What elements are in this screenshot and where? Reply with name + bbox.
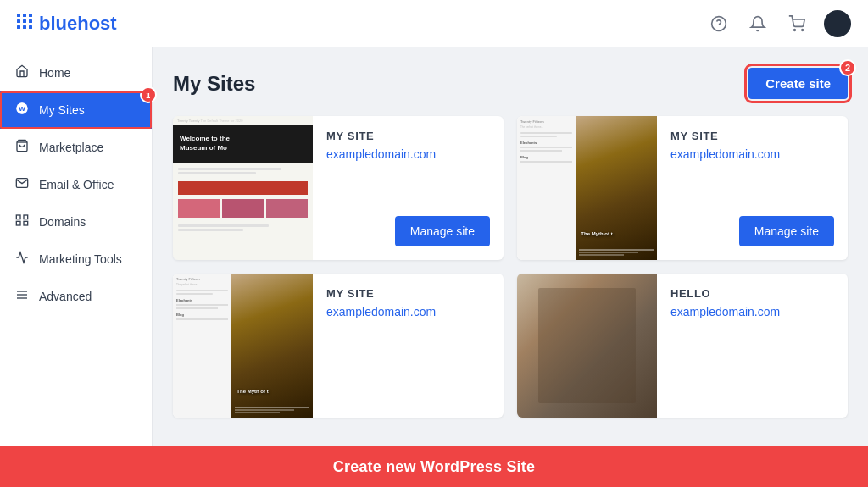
logo: bluehost: [17, 13, 117, 35]
help-icon[interactable]: [707, 12, 731, 36]
svg-rect-19: [16, 221, 20, 225]
sidebar-item-my-sites[interactable]: W My Sites: [0, 91, 152, 129]
sidebar-item-email-office[interactable]: Email & Office: [0, 166, 152, 203]
create-site-button[interactable]: Create site: [748, 68, 848, 99]
svg-rect-8: [29, 25, 32, 29]
sidebar-item-domains[interactable]: Domains: [0, 203, 152, 241]
sidebar-item-home-label: Home: [39, 66, 70, 80]
site-thumbnail-1: Twenty Twenty The Default Theme for 2020…: [173, 116, 313, 260]
sidebar-item-marketing-tools[interactable]: Marketing Tools: [0, 241, 152, 278]
site-name-3: My Site: [326, 287, 490, 300]
content-header: My Sites Create site 2: [173, 68, 848, 99]
sidebar: Home W My Sites 1: [0, 47, 153, 446]
site-name-1: MY SITE: [326, 130, 490, 142]
sidebar-item-my-sites-label: My Sites: [39, 103, 85, 117]
svg-text:W: W: [19, 105, 25, 113]
site-card-2-body: Twenty Fifteen The perfect theme... Elep…: [517, 116, 848, 260]
step-badge-2: 2: [839, 59, 856, 76]
grid-icon: [17, 14, 32, 33]
site-domain-1[interactable]: exampledomain.com: [326, 147, 490, 161]
sidebar-item-marketplace[interactable]: Marketplace: [0, 129, 152, 166]
svg-rect-17: [16, 215, 20, 219]
svg-rect-5: [29, 19, 32, 23]
site-card-4-body: Hello exampledomain.com: [517, 274, 848, 418]
svg-rect-18: [24, 215, 28, 219]
svg-rect-20: [24, 221, 28, 225]
header-actions: [707, 10, 851, 37]
main-layout: Home W My Sites 1: [0, 47, 868, 446]
footer-bar[interactable]: Create new WordPress Site: [0, 446, 868, 487]
advanced-icon: [14, 288, 31, 305]
site-name-2: MY SITE: [670, 130, 834, 142]
site-info-1: MY SITE exampledomain.com Manage site: [313, 116, 504, 260]
site-info-4: Hello exampledomain.com: [657, 274, 848, 418]
svg-rect-7: [23, 25, 26, 29]
sites-grid: Twenty Twenty The Default Theme for 2020…: [173, 116, 848, 418]
step-badge-1: 1: [140, 86, 157, 103]
svg-rect-4: [23, 19, 26, 23]
site-card-3-body: Twenty Fifteen The perfect theme... Elep…: [173, 274, 504, 418]
site-thumbnail-2: Twenty Fifteen The perfect theme... Elep…: [517, 116, 657, 260]
site-name-4: Hello: [670, 287, 834, 300]
site-info-2: MY SITE exampledomain.com Manage site: [657, 116, 848, 260]
marketplace-icon: [14, 139, 31, 156]
site-card-2: Twenty Fifteen The perfect theme... Elep…: [517, 116, 848, 260]
page-title: My Sites: [173, 72, 255, 96]
site-card-1-body: Twenty Twenty The Default Theme for 2020…: [173, 116, 504, 260]
cart-icon[interactable]: [785, 12, 809, 36]
my-sites-wrapper: W My Sites 1: [0, 91, 152, 129]
site-thumbnail-3: Twenty Fifteen The perfect theme... Elep…: [173, 274, 313, 418]
svg-rect-6: [17, 25, 20, 29]
site-card-1: Twenty Twenty The Default Theme for 2020…: [173, 116, 504, 260]
sidebar-item-advanced[interactable]: Advanced: [0, 278, 152, 315]
site-thumbnail-4: [517, 274, 657, 418]
svg-rect-3: [17, 19, 20, 23]
sidebar-item-marketplace-label: Marketplace: [39, 141, 103, 154]
header: bluehost: [0, 0, 868, 47]
site-domain-4[interactable]: exampledomain.com: [670, 305, 834, 318]
email-icon: [14, 176, 31, 193]
home-icon: [14, 64, 31, 81]
svg-rect-0: [17, 14, 20, 17]
footer-label: Create new WordPress Site: [333, 458, 535, 476]
manage-site-button-1[interactable]: Manage site: [395, 216, 490, 246]
site-domain-3[interactable]: exampledomain.com: [326, 305, 490, 318]
site-card-3: Twenty Fifteen The perfect theme... Elep…: [173, 274, 504, 418]
svg-rect-2: [29, 14, 32, 17]
main-content: My Sites Create site 2 Twenty Twenty The…: [153, 47, 868, 446]
svg-rect-1: [23, 14, 26, 17]
notification-icon[interactable]: [746, 12, 770, 36]
sidebar-item-email-office-label: Email & Office: [39, 178, 114, 191]
sidebar-item-advanced-label: Advanced: [39, 290, 92, 303]
logo-text: bluehost: [39, 13, 117, 35]
svg-point-11: [794, 29, 796, 30]
site-domain-2[interactable]: exampledomain.com: [670, 147, 834, 161]
sidebar-item-home[interactable]: Home: [0, 54, 152, 91]
domains-icon: [14, 213, 31, 230]
manage-site-button-2[interactable]: Manage site: [739, 216, 834, 246]
site-info-3: My Site exampledomain.com: [313, 274, 504, 418]
marketing-icon: [14, 251, 31, 268]
wordpress-icon: W: [14, 102, 31, 119]
create-site-wrapper: Create site 2: [748, 68, 848, 99]
sidebar-item-domains-label: Domains: [39, 215, 86, 229]
sidebar-item-marketing-tools-label: Marketing Tools: [39, 252, 122, 266]
avatar[interactable]: [824, 10, 851, 37]
site-card-4: Hello exampledomain.com: [517, 274, 848, 418]
svg-point-12: [802, 29, 804, 30]
